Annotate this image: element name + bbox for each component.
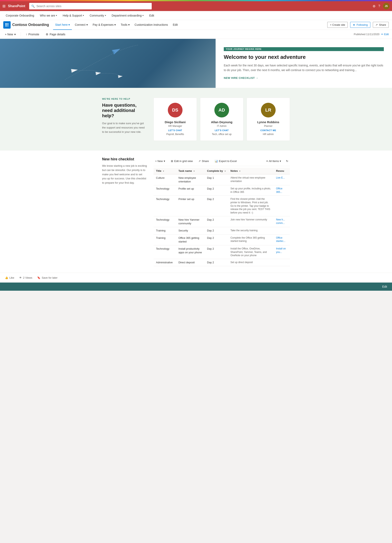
cell-title: Technology (154, 216, 176, 227)
cell-title: Technology (154, 245, 176, 259)
following-button[interactable]: ★ Following (350, 22, 370, 28)
edit-link[interactable]: ✏ Edit (381, 33, 389, 36)
create-site-button[interactable]: + Create site (327, 22, 348, 28)
page-toolbar: + New ▾ ↑ Promote ⚙ Page details Publish… (0, 30, 392, 39)
person-chat-link[interactable]: LET'S CHAT (168, 129, 182, 132)
cell-notes: Set up your profile, including a photo, … (228, 185, 274, 196)
top-right-actions: ⚙ ? JS (373, 3, 390, 9)
help-icon[interactable]: ? (378, 4, 380, 8)
col-header-notes[interactable]: Notes ▾ (228, 168, 274, 174)
site-title: Contoso Onboarding (12, 23, 49, 27)
table-row[interactable]: Technology Install productivity apps on … (154, 245, 290, 259)
checklist-inner: New hire checklist We know starting a ne… (102, 157, 290, 266)
global-nav-item-help[interactable]: Help & Support ▾ (60, 11, 86, 20)
waffle-icon[interactable]: ⊞ (2, 4, 6, 8)
global-nav-item-community[interactable]: Community ▾ (87, 11, 108, 20)
person-card: DS Diego Siciliani HR Manager LET'S CHAT… (154, 98, 197, 141)
page-details-button[interactable]: ⚙ Page details (44, 32, 67, 37)
site-nav-item-payexpenses[interactable]: Pay & Expenses ▾ (91, 20, 118, 30)
like-button[interactable]: 👍 Like (5, 276, 14, 279)
help-title: Have questions, need additional help? (102, 102, 147, 119)
cell-resource: Install on you... (274, 245, 290, 259)
svg-rect-2 (5, 25, 7, 27)
table-header-row: Title ▾ Task name ▾ Complete by ▾ Note (154, 168, 290, 174)
toolbar-right: Published 11/11/2020 ✏ Edit (354, 33, 389, 36)
table-row[interactable]: Technology Profile set up Day 2 Set up y… (154, 185, 290, 196)
table-row[interactable]: Training Security Day 2 Take the securit… (154, 227, 290, 234)
hero-badge: YOUR JOURNEY BEGINS HERE (224, 47, 384, 51)
refresh-button[interactable]: ↻ (284, 159, 290, 164)
checklist-link[interactable]: NEW HIRE CHECKLIST → (224, 76, 384, 79)
person-avatar: AD (214, 103, 229, 118)
svg-rect-0 (5, 23, 7, 25)
promote-button[interactable]: ↑ Promote (24, 32, 41, 37)
site-nav-item-edit[interactable]: Edit (171, 20, 180, 30)
person-chat-link[interactable]: LET'S CHAT (215, 129, 229, 132)
person-role: Planner (264, 124, 272, 127)
site-nav-item-customization[interactable]: Customization instructions (133, 20, 170, 30)
table-row[interactable]: Technology Printer set up Day 2 Find the… (154, 196, 290, 216)
sort-icon: ▾ (239, 170, 240, 172)
published-text: Published 11/11/2020 (354, 33, 380, 36)
global-nav-item-edit[interactable]: Edit (147, 11, 157, 20)
settings-icon[interactable]: ⚙ (373, 4, 375, 8)
global-nav-item-department[interactable]: Department onboarding ▾ (109, 11, 146, 20)
cell-notes: Join new hire Yammer community (228, 216, 274, 227)
cell-taskname: New hire Yammer community (176, 216, 205, 227)
col-header-taskname[interactable]: Task name ▾ (176, 168, 205, 174)
cell-notes: Set up direct deposit (228, 259, 274, 266)
global-nav-item-whoweare[interactable]: Who we are ▾ (37, 11, 59, 20)
edit-grid-button[interactable]: ⊞ Edit in grid view (169, 159, 194, 164)
help-description: Our goal is to make sure you've got the … (102, 121, 147, 134)
avatar[interactable]: JS (383, 3, 390, 9)
new-button[interactable]: + New ▾ (3, 32, 17, 37)
person-name: Allan Deyoung (211, 120, 232, 124)
cell-title: Training (154, 227, 176, 234)
col-header-resource[interactable]: Resou (274, 168, 290, 174)
cell-taskname: Security (176, 227, 205, 234)
person-tags: Tech, office set up (212, 133, 232, 136)
cell-completeby: Day 2 (205, 185, 228, 196)
cell-notes: Find the closest printer. Add the printe… (228, 196, 274, 216)
chevron-down-icon: ▾ (142, 14, 144, 17)
bottom-edit-button[interactable]: Edit (382, 285, 387, 288)
share-list-button[interactable]: ↗ Share (197, 159, 211, 164)
share-button[interactable]: ↗ Share (373, 22, 389, 28)
cell-title: Technology (154, 196, 176, 216)
help-text: WE'RE HERE TO HELP Have questions, need … (102, 98, 147, 134)
hero-content: YOUR JOURNEY BEGINS HERE Welcome to your… (216, 39, 392, 88)
cell-title: Culture (154, 174, 176, 185)
chevron-down-icon: ▾ (56, 14, 57, 17)
col-header-completeby[interactable]: Complete by ▾ (205, 168, 228, 174)
views-count: 👁 2 Views (19, 276, 32, 279)
search-input[interactable] (36, 5, 150, 8)
list-toolbar: + New ▾ ⊞ Edit in grid view ↗ Share 📊 Ex… (154, 157, 290, 166)
sort-icon: ▾ (194, 170, 195, 172)
site-nav-item-starthere[interactable]: Start here ▾ (53, 20, 72, 30)
table-row[interactable]: Administrative Direct deposit Day 2 Set … (154, 259, 290, 266)
cell-title: Technology (154, 185, 176, 196)
save-later-button[interactable]: 🔖 Save for later (37, 276, 57, 279)
cell-notes: Attend the virtual new employee orientat… (228, 174, 274, 185)
export-excel-button[interactable]: 📊 Export to Excel (213, 159, 238, 164)
table-row[interactable]: Culture New employee orientation Day 1 A… (154, 174, 290, 185)
chevron-down-icon: ▾ (83, 14, 84, 17)
table-row[interactable]: Technology New hire Yammer community Day… (154, 216, 290, 227)
global-nav-item-corporate[interactable]: Corporate Onboarding (3, 11, 37, 20)
toolbar-separator (21, 32, 21, 36)
cell-title: Training (154, 234, 176, 245)
all-items-button[interactable]: ≡ All Items ▾ (265, 159, 283, 164)
checklist-table-body: Culture New employee orientation Day 1 A… (154, 174, 290, 266)
filter-icon: ≡ (266, 159, 268, 163)
site-nav-item-tools[interactable]: Tools ▾ (119, 20, 132, 30)
cell-title: Administrative (154, 259, 176, 266)
person-chat-link[interactable]: CONTACT ME (260, 129, 276, 132)
cell-taskname: Direct deposit (176, 259, 205, 266)
table-row[interactable]: Training Office 365 getting started Day … (154, 234, 290, 245)
person-role: IT Admin (217, 124, 226, 127)
list-new-button[interactable]: + New ▾ (154, 159, 167, 164)
site-nav-item-connect[interactable]: Connect ▾ (73, 20, 90, 30)
col-header-title[interactable]: Title ▾ (154, 168, 176, 174)
cell-completeby: Day 1 (205, 174, 228, 185)
cell-resource: Office startec... (274, 234, 290, 245)
